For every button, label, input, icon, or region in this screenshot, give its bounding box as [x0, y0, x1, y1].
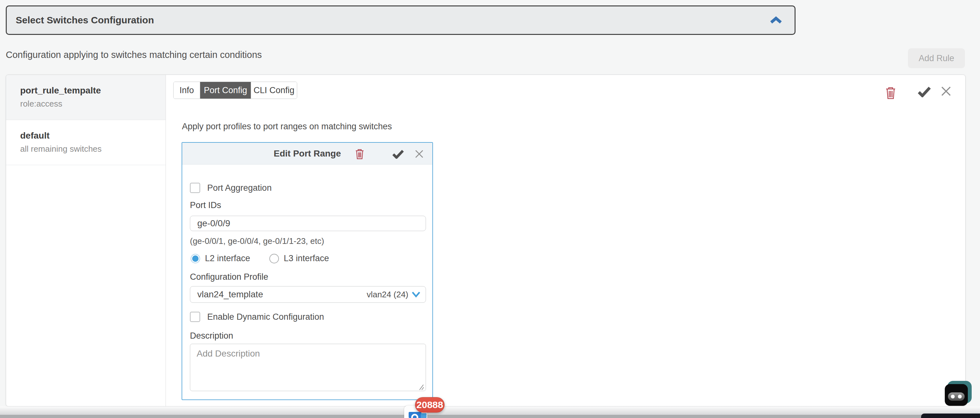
- rule-name: port_rule_tempalte: [20, 86, 159, 96]
- l2-interface-label: L2 interface: [205, 253, 250, 264]
- description-textarea[interactable]: [190, 344, 426, 391]
- rule-editor-tabs: Info Port Config CLI Config: [173, 82, 297, 99]
- enable-dynamic-configuration-label: Enable Dynamic Configuration: [207, 312, 324, 322]
- configuration-profile-label: Configuration Profile: [190, 272, 268, 282]
- l3-interface-radio[interactable]: [269, 254, 279, 264]
- robot-badge-icon[interactable]: [945, 381, 972, 407]
- l3-interface-label: L3 interface: [284, 253, 329, 264]
- configuration-profile-select[interactable]: vlan24_template vlan24 (24): [190, 286, 426, 303]
- robot-visor: [948, 393, 965, 401]
- edit-port-range-header: Edit Port Range: [182, 143, 432, 165]
- port-aggregation-label: Port Aggregation: [207, 183, 272, 193]
- desktop-dock-strip: [0, 407, 980, 415]
- tab-info[interactable]: Info: [173, 82, 200, 99]
- port-ids-input[interactable]: [190, 216, 426, 231]
- rule-condition: role:access: [20, 99, 159, 109]
- configuration-profile-detail: vlan24 (24): [367, 290, 408, 300]
- rule-condition: all remaining switches: [20, 144, 159, 154]
- robot-eye-right: [958, 395, 962, 399]
- chevron-down-icon: [412, 291, 420, 298]
- description-label: Description: [190, 331, 233, 341]
- port-ids-label: Port IDs: [190, 200, 221, 210]
- apply-port-profiles-text: Apply port profiles to port ranges on ma…: [182, 122, 392, 132]
- enable-dynamic-configuration-checkbox[interactable]: [190, 312, 200, 322]
- confirm-port-range-check-icon[interactable]: [392, 149, 404, 159]
- page-subtitle: Configuration applying to switches match…: [6, 49, 262, 60]
- delete-rule-trash-icon[interactable]: [885, 86, 896, 100]
- configuration-profile-value: vlan24_template: [197, 289, 263, 300]
- rule-item-port-rule-template[interactable]: port_rule_tempalte role:access: [6, 75, 165, 120]
- port-aggregation-checkbox[interactable]: [190, 183, 200, 193]
- port-aggregation-row: Port Aggregation: [190, 183, 272, 193]
- confirm-rule-check-icon[interactable]: [918, 86, 931, 97]
- interface-type-radio-group: L2 interface L3 interface: [191, 253, 329, 264]
- l2-interface-radio[interactable]: [191, 254, 200, 264]
- chevron-up-icon[interactable]: [770, 16, 783, 25]
- delete-port-range-trash-icon[interactable]: [355, 148, 364, 160]
- edit-port-range-panel: Edit Port Range: [181, 142, 433, 400]
- accordion-title: Select Switches Configuration: [16, 15, 154, 25]
- add-rule-button[interactable]: Add Rule: [908, 48, 965, 68]
- background-window-edge: [921, 413, 980, 418]
- cancel-port-range-close-icon[interactable]: [415, 149, 424, 159]
- cancel-rule-close-icon[interactable]: [940, 86, 951, 97]
- tab-port-config[interactable]: Port Config: [200, 82, 251, 99]
- tab-cli-config[interactable]: CLI Config: [251, 82, 297, 99]
- port-ids-hint: (ge-0/0/1, ge-0/0/4, ge-0/1/1-23, etc): [190, 236, 324, 246]
- enable-dynamic-row: Enable Dynamic Configuration: [190, 312, 324, 322]
- rule-actions: [877, 86, 953, 100]
- desktop-dock-band: [0, 415, 980, 418]
- switch-rules-card: port_rule_tempalte role:access default a…: [6, 75, 966, 407]
- rule-name: default: [20, 130, 159, 141]
- notification-badge: 20888: [415, 397, 444, 413]
- rule-item-default[interactable]: default all remaining switches: [6, 120, 165, 165]
- switches-configuration-accordion[interactable]: Select Switches Configuration: [6, 5, 795, 35]
- robot-eye-left: [951, 395, 955, 399]
- outlook-logo-band: [421, 413, 426, 418]
- rules-list: port_rule_tempalte role:access default a…: [6, 75, 166, 406]
- robot-face: [945, 384, 968, 406]
